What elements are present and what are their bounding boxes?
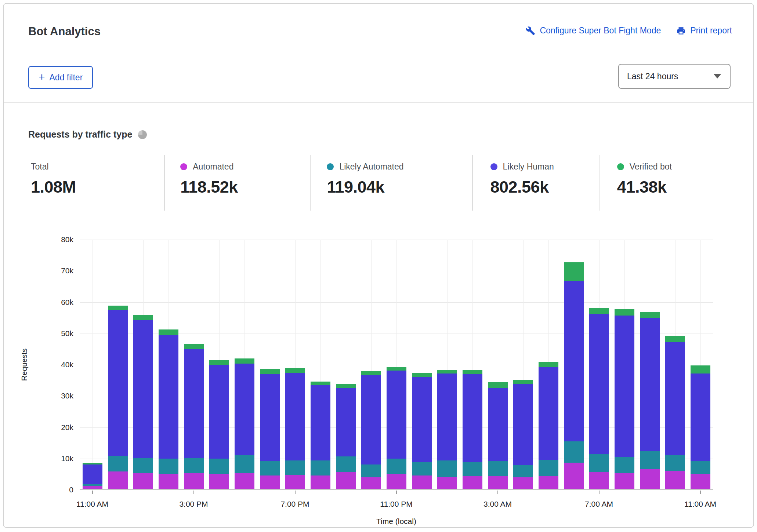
x-tick-label: 3:00 PM xyxy=(164,500,223,509)
stat-total-label: Total xyxy=(31,162,49,172)
segment-likely-human xyxy=(387,371,406,459)
segment-likely-automated xyxy=(539,460,558,476)
segment-automated xyxy=(513,477,533,489)
segment-likely-human xyxy=(260,374,280,461)
bar-200am[interactable] xyxy=(463,370,482,489)
segment-automated xyxy=(589,472,609,489)
add-filter-button[interactable]: + Add filter xyxy=(28,66,93,89)
segment-likely-automated xyxy=(640,451,660,469)
stat-verified-bot-label: Verified bot xyxy=(630,162,672,172)
y-tick-label: 40k xyxy=(4,360,73,369)
bar-1100am[interactable] xyxy=(691,365,710,489)
plus-icon: + xyxy=(39,72,45,83)
bar-300pm[interactable] xyxy=(184,344,204,489)
section-title-row: Requests by traffic type xyxy=(28,129,147,140)
segment-likely-automated xyxy=(235,455,254,473)
segment-verified-bot xyxy=(235,358,254,364)
bar-500pm[interactable] xyxy=(235,358,254,489)
bar-1200am[interactable] xyxy=(412,373,432,489)
segment-verified-bot xyxy=(412,373,432,377)
segment-likely-human xyxy=(336,388,356,456)
segment-verified-bot xyxy=(691,365,710,374)
bar-400pm[interactable] xyxy=(209,360,229,489)
bar-600pm[interactable] xyxy=(260,369,280,489)
bar-1100am[interactable] xyxy=(83,463,102,489)
x-tick xyxy=(396,491,397,494)
bar-300am[interactable] xyxy=(488,382,508,489)
segment-verified-bot xyxy=(564,262,584,281)
segment-likely-automated xyxy=(488,461,508,476)
bar-1000am[interactable] xyxy=(665,336,685,489)
stat-total-value: 1.08M xyxy=(31,178,164,197)
segment-automated xyxy=(615,473,634,489)
y-tick-label: 80k xyxy=(4,235,73,244)
segment-automated xyxy=(260,475,280,489)
bar-1100pm[interactable] xyxy=(387,367,406,489)
bar-700am[interactable] xyxy=(589,308,609,489)
wrench-icon xyxy=(526,26,535,36)
print-report-link[interactable]: Print report xyxy=(676,26,732,36)
segment-verified-bot xyxy=(209,360,229,365)
v-gridline xyxy=(93,240,93,489)
segment-likely-human xyxy=(463,374,482,462)
segment-verified-bot xyxy=(159,329,178,335)
segment-automated xyxy=(387,474,406,489)
stat-automated-label: Automated xyxy=(193,162,233,172)
segment-likely-automated xyxy=(108,456,128,472)
segment-verified-bot xyxy=(184,344,204,349)
segment-likely-automated xyxy=(133,458,153,474)
bar-200pm[interactable] xyxy=(159,329,178,489)
segment-automated xyxy=(361,477,381,489)
segment-automated xyxy=(437,477,457,489)
y-tick-label: 10k xyxy=(4,454,73,463)
bar-800pm[interactable] xyxy=(311,382,330,489)
segment-automated xyxy=(691,474,710,489)
segment-verified-bot xyxy=(387,367,406,371)
segment-likely-automated xyxy=(361,464,381,478)
bar-600am[interactable] xyxy=(564,262,584,489)
segment-likely-human xyxy=(209,365,229,459)
segment-likely-human xyxy=(285,373,305,460)
segment-likely-automated xyxy=(615,457,634,473)
segment-likely-human xyxy=(589,314,609,454)
bar-1000pm[interactable] xyxy=(361,371,381,489)
bar-100am[interactable] xyxy=(437,370,457,489)
segment-likely-automated xyxy=(387,459,406,474)
x-tick-label: 7:00 PM xyxy=(266,500,325,509)
segment-automated xyxy=(488,476,508,489)
segment-automated xyxy=(108,471,128,489)
segment-likely-human xyxy=(665,342,685,455)
x-tick-label: 11:00 AM xyxy=(63,500,122,509)
segment-likely-automated xyxy=(209,459,229,474)
segment-likely-automated xyxy=(260,461,280,475)
segment-likely-human xyxy=(184,349,204,458)
stats-row: Total 1.08M Automated 118.52k Likely Aut… xyxy=(4,155,753,211)
segment-verified-bot xyxy=(361,371,381,375)
stat-likely-automated-value: 119.04k xyxy=(327,178,472,197)
plot-area xyxy=(80,240,713,490)
segment-verified-bot xyxy=(463,370,482,374)
printer-icon xyxy=(676,26,686,36)
segment-automated xyxy=(412,475,432,489)
bar-900am[interactable] xyxy=(640,312,660,489)
segment-likely-automated xyxy=(412,462,432,475)
bar-900pm[interactable] xyxy=(336,384,356,489)
segment-likely-human xyxy=(564,281,584,441)
time-range-value: Last 24 hours xyxy=(627,72,678,81)
bar-100pm[interactable] xyxy=(133,315,153,489)
bar-1200pm[interactable] xyxy=(108,306,128,489)
segment-automated xyxy=(665,471,685,489)
segment-verified-bot xyxy=(108,306,128,310)
legend-dot-likely-automated xyxy=(327,163,334,170)
bar-400am[interactable] xyxy=(513,380,533,489)
y-tick-label: 0 xyxy=(4,485,73,494)
segment-likely-human xyxy=(412,377,432,462)
configure-super-bot-fight-mode-link[interactable]: Configure Super Bot Fight Mode xyxy=(526,26,661,36)
segment-likely-automated xyxy=(513,465,533,477)
bar-800am[interactable] xyxy=(615,309,634,489)
time-range-select[interactable]: Last 24 hours xyxy=(618,64,731,89)
y-tick-label: 20k xyxy=(4,423,73,432)
bar-700pm[interactable] xyxy=(285,368,305,489)
segment-verified-bot xyxy=(615,309,634,316)
bar-500am[interactable] xyxy=(539,362,558,489)
